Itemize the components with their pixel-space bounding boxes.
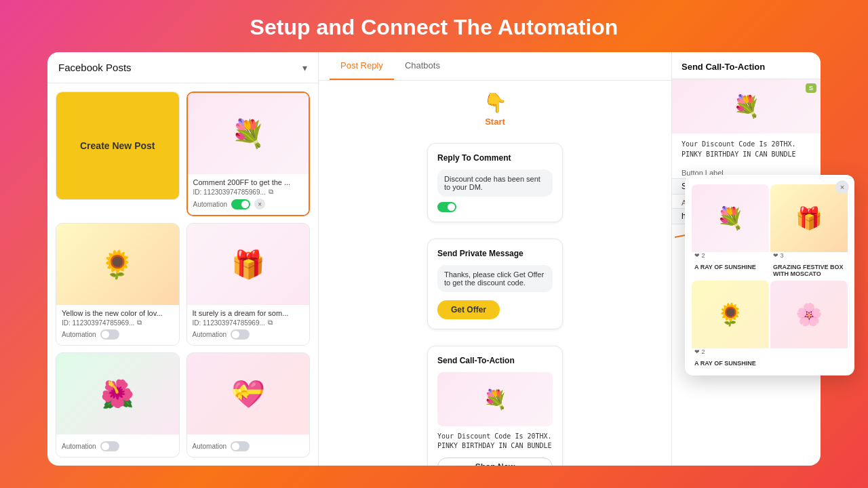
popup-count-3: ❤ 2 xyxy=(692,348,769,358)
post-caption-2: Yellow is the new color of lov... xyxy=(62,309,174,317)
right-panel-title: Send Call-To-Action xyxy=(672,52,821,79)
post-card-4[interactable]: 🌺 Automation xyxy=(56,352,180,458)
tabs-bar: Post Reply Chatbots xyxy=(319,52,671,81)
popup-count-1: ❤ 2 xyxy=(692,252,769,262)
flow-area: 👇 Start Reply To Comment Discount code h… xyxy=(319,81,671,466)
send-private-message-card[interactable]: Send Private Message Thanks, please clic… xyxy=(427,239,563,329)
popup-flower-1: 💐 xyxy=(692,184,769,252)
post-card-1[interactable]: 💐 Comment 200FF to get the ... ID: 11230… xyxy=(186,92,311,216)
post-caption-3: It surely is a dream for som... xyxy=(193,309,304,317)
tab-post-reply[interactable]: Post Reply xyxy=(330,52,394,80)
post-id-1: ID: 112303974785969... ⧉ xyxy=(193,188,304,196)
post-info-3: It surely is a dream for som... ID: 1123… xyxy=(187,305,310,345)
start-icon: 👇 xyxy=(484,92,507,114)
post-card-2[interactable]: 🌻 Yellow is the new color of lov... ID: … xyxy=(56,223,180,346)
cta-code-text: Your Discount Code Is 20THX. PINKY BIRTH… xyxy=(672,134,821,165)
copy-icon-2[interactable]: ⧉ xyxy=(137,319,142,327)
post-card-3[interactable]: 🎁 It surely is a dream for som... ID: 11… xyxy=(186,223,311,346)
post-id-3: ID: 112303974785969... ⧉ xyxy=(193,319,304,327)
tab-chatbots[interactable]: Chatbots xyxy=(394,52,451,80)
reply-to-comment-bubble: Discount code has been sent to your DM. xyxy=(437,169,553,197)
automation-toggle-2[interactable] xyxy=(100,329,119,340)
page-title: Setup and Connect The Automation xyxy=(250,0,618,52)
popup-count-2: ❤ 3 xyxy=(770,252,848,262)
popup-caption-1: A RAY OF SUNSHINE xyxy=(692,262,769,272)
cta-preview-image: 💐 xyxy=(437,372,553,426)
popup-flower-2: 🎁 xyxy=(770,184,848,252)
reply-to-comment-title: Reply To Comment xyxy=(437,153,553,163)
post-automation-row-2: Automation xyxy=(62,329,174,340)
post-id-2: ID: 112303974785969... ⧉ xyxy=(62,319,174,327)
post-image-1: 💐 xyxy=(188,93,309,174)
post-info-5: Automation xyxy=(187,434,310,457)
cta-card-inner: 💐 Your Discount Code Is 20THX. PINKY BIR… xyxy=(437,372,553,466)
post-caption-1: Comment 200FF to get the ... xyxy=(193,178,304,186)
popup-image-item-3[interactable]: 🌻 ❤ 2 A RAY OF SUNSHINE xyxy=(692,281,769,369)
send-private-message-bubble: Thanks, please click Get Offer to get th… xyxy=(437,265,553,292)
popup-close-button[interactable]: × xyxy=(835,180,849,194)
popup-caption-3: A RAY OF SUNSHINE xyxy=(692,358,769,369)
post-automation-row-5: Automation xyxy=(193,441,304,451)
automation-toggle-4[interactable] xyxy=(100,441,119,451)
send-cta-title: Send Call-To-Action xyxy=(437,356,553,365)
automation-toggle-1[interactable] xyxy=(231,199,250,209)
sidebar-title: Facebook Posts xyxy=(58,62,132,73)
post-info-1: Comment 200FF to get the ... ID: 1123039… xyxy=(188,174,309,215)
send-cta-card[interactable]: Send Call-To-Action 💐 Your Discount Code… xyxy=(427,346,563,466)
post-info-4: Automation xyxy=(56,434,179,457)
copy-icon-1[interactable]: ⧉ xyxy=(269,188,273,196)
popup-image-item-2[interactable]: 🎁 ❤ 3 GRAZING FESTIVE BOX WITH MOSCATO xyxy=(770,184,848,279)
shop-now-button[interactable]: Shop Now xyxy=(437,458,553,466)
sidebar-header: Facebook Posts ▾ xyxy=(47,52,318,83)
popup-image-grid: 💐 ❤ 2 A RAY OF SUNSHINE 🎁 ❤ 3 GRAZING FE… xyxy=(685,178,854,375)
post-card-5[interactable]: 💝 Automation xyxy=(186,352,311,458)
popup-caption-2: GRAZING FESTIVE BOX WITH MOSCATO xyxy=(770,262,848,279)
post-image-4: 🌺 xyxy=(56,353,179,434)
copy-icon-3[interactable]: ⧉ xyxy=(268,319,273,327)
popup-image-item-4[interactable]: 🌸 xyxy=(770,281,848,369)
shopify-badge: S xyxy=(806,83,816,93)
popup-flower-4: 🌸 xyxy=(770,281,848,348)
reply-to-comment-card[interactable]: Reply To Comment Discount code has been … xyxy=(427,143,563,222)
create-new-post-card[interactable]: Create New Post xyxy=(56,92,180,200)
center-area: Post Reply Chatbots 👇 Start Reply To Com… xyxy=(319,52,671,466)
post-image-5: 💝 xyxy=(187,353,310,434)
automation-toggle-5[interactable] xyxy=(231,441,250,451)
automation-toggle-3[interactable] xyxy=(231,329,250,340)
get-offer-button[interactable]: Get Offer xyxy=(437,300,500,319)
start-label: Start xyxy=(485,117,505,127)
image-picker-popup[interactable]: × 💐 ❤ 2 A RAY OF SUNSHINE 🎁 ❤ 3 GRAZING … xyxy=(685,175,854,375)
posts-grid: Create New Post 💐 Comment 200FF to get t… xyxy=(47,83,318,466)
post-image-3: 🎁 xyxy=(187,224,310,305)
chevron-down-icon[interactable]: ▾ xyxy=(302,62,307,73)
send-private-message-title: Send Private Message xyxy=(437,249,553,258)
sidebar: Facebook Posts ▾ Create New Post 💐 Comme… xyxy=(47,52,319,466)
create-new-post-label: Create New Post xyxy=(80,140,155,151)
post-info-2: Yellow is the new color of lov... ID: 11… xyxy=(56,305,179,345)
start-node: 👇 Start xyxy=(484,92,507,127)
post-automation-row-1: Automation × xyxy=(193,199,304,209)
right-panel-preview-image: 💐 S xyxy=(672,79,821,134)
post-close-btn-1[interactable]: × xyxy=(254,199,265,209)
reply-to-comment-toggle[interactable] xyxy=(437,202,456,212)
post-image-2: 🌻 xyxy=(56,224,179,305)
cta-discount-text: Your Discount Code Is 20THX. PINKY BIRTH… xyxy=(437,432,553,451)
post-automation-row-4: Automation xyxy=(62,441,174,451)
popup-flower-3: 🌻 xyxy=(692,281,769,348)
popup-image-item-1[interactable]: 💐 ❤ 2 A RAY OF SUNSHINE xyxy=(692,184,769,279)
post-automation-row-3: Automation xyxy=(193,329,304,340)
